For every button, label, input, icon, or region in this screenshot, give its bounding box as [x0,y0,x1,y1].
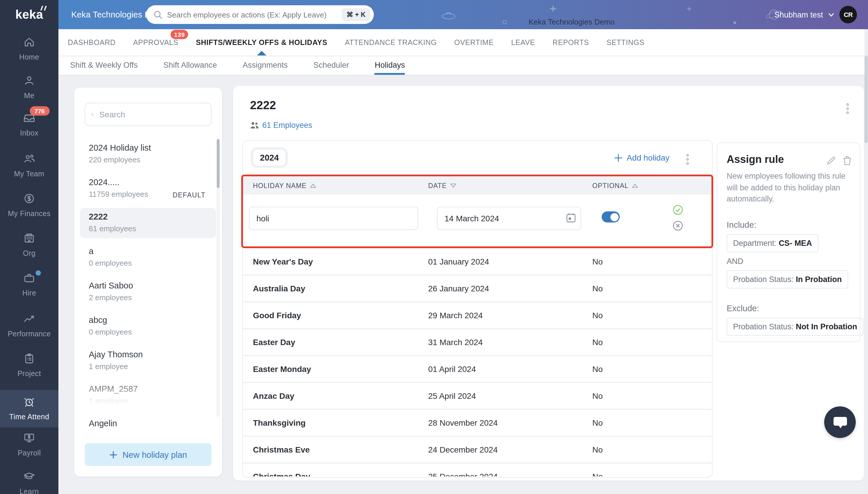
nav-tab-approvals[interactable]: APPROVALS139 [133,29,178,55]
sidebar-item-home[interactable]: Home [0,36,58,70]
inbox-icon: 776 [23,112,36,124]
default-badge: DEFAULT [173,192,206,198]
new-holiday-plan-button[interactable]: New holiday plan [85,443,211,466]
sidebar-item-me[interactable]: Me [0,75,58,109]
subtab-assignments[interactable]: Assignments [243,55,288,75]
optional-toggle[interactable] [602,211,620,223]
calendar-icon[interactable] [566,212,576,225]
learn-icon [23,471,36,482]
assign-rule-description: New employees following this rule will b… [727,171,850,205]
people-icon [250,121,259,129]
payroll-icon [23,432,36,444]
plus-icon [614,153,623,162]
holiday-row[interactable]: Easter Day31 March 2024No [243,329,712,356]
nav-tab-settings[interactable]: SETTINGS [607,29,645,55]
employees-link[interactable]: 61 Employees [250,121,312,130]
keka-logo[interactable]: keka [0,0,58,29]
user-menu[interactable]: Shubham test [774,10,823,19]
holiday-row[interactable]: Christmas Day25 December 2024No [243,464,712,476]
avatar[interactable]: CR [839,6,857,23]
holiday-date: 29 March 2024 [428,311,592,320]
nav-tab-attendance-tracking[interactable]: ATTENDANCE TRACKING [345,29,437,55]
rule-chip: Probation Status: In Probation [727,270,848,288]
holiday-name: Christmas Day [243,472,428,476]
chat-widget-button[interactable] [824,406,856,438]
global-search-input[interactable] [167,10,342,19]
sidebar-item-learn[interactable]: Learn [0,471,58,494]
chevron-down-icon[interactable] [828,13,834,17]
sidebar-item-time-attend[interactable]: Time Attend [0,390,58,428]
holiday-date: 25 April 2024 [428,391,592,401]
and-label: AND [727,256,850,265]
sidebar: keka HomeMe776InboxMy TeamMy FinancesOrg… [0,0,58,494]
sidebar-item-my-team[interactable]: My Team [0,153,58,187]
holiday-date: 25 December 2024 [428,472,592,476]
topbar: Keka Technologies Demo ⚙ ⌘ + K Keka Tech… [0,0,868,29]
holiday-plan-item[interactable]: a0 employees [74,242,222,277]
assign-rule-panel: Assign rule New employees following this… [717,142,861,342]
holiday-edit-row [243,194,712,248]
holiday-row[interactable]: Good Friday29 March 2024No [243,302,712,329]
approvals-count-badge: 139 [171,30,188,39]
holiday-plan-item[interactable]: Aarti Saboo2 employees [74,277,222,311]
subtab-scheduler[interactable]: Scheduler [314,55,349,75]
plans-scrollbar[interactable] [217,139,220,417]
sidebar-item-performance[interactable]: Performance [0,313,58,347]
cancel-icon[interactable] [673,221,683,233]
holiday-plan-item[interactable]: AMPM_25871 employee [74,380,222,415]
holiday-plan-item[interactable]: 222261 employees [80,208,216,238]
plans-search[interactable] [85,103,211,126]
holiday-plan-item[interactable]: abcg0 employees [74,311,222,346]
holiday-plan-item[interactable]: Ajay Thomson1 employee [74,346,222,380]
edit-icon[interactable] [827,156,836,168]
delete-icon[interactable] [843,156,852,168]
holiday-plan-item[interactable]: 2024.....11759 employeesDEFAULT [74,173,222,208]
sidebar-item-my-finances[interactable]: My Finances [0,193,58,227]
holiday-name: Anzac Day [243,391,428,401]
project-icon [23,353,35,364]
holiday-row[interactable]: New Year's Day01 January 2024No [243,249,712,276]
sidebar-item-hire[interactable]: Hire [0,272,58,306]
holiday-row[interactable]: Easter Monday01 April 2024No [243,356,712,383]
column-optional[interactable]: OPTIONAL [592,182,638,189]
holiday-name-input[interactable] [249,207,418,230]
holiday-row[interactable]: Christmas Eve24 December 2024No [243,437,712,464]
sidebar-item-inbox[interactable]: 776Inbox [0,112,58,146]
holiday-row[interactable]: Australia Day26 January 2024No [243,276,712,302]
sidebar-item-org[interactable]: Org [0,232,58,266]
nav-tab-reports[interactable]: REPORTS [552,29,589,55]
holiday-optional: No [592,418,603,428]
holiday-date: 01 April 2024 [428,364,592,374]
column-date[interactable]: DATE [428,182,592,189]
subtab-holidays[interactable]: Holidays [375,55,405,75]
nav-tab-dashboard[interactable]: DASHBOARD [68,29,116,55]
holidays-menu-button[interactable] [686,154,689,165]
year-chip[interactable]: 2024 [252,149,286,166]
holiday-plan-item[interactable]: 2024 Holiday list220 employees [74,139,222,173]
page-scrollbar[interactable] [865,29,868,494]
sidebar-item-payroll[interactable]: Payroll [0,432,58,466]
sidebar-item-project[interactable]: Project [0,353,58,386]
column-holiday-name[interactable]: HOLIDAY NAME [243,182,428,189]
plans-search-input[interactable] [99,110,205,119]
confirm-icon[interactable] [673,205,683,217]
holiday-row[interactable]: Anzac Day25 April 2024No [243,383,712,410]
nav-tab-overtime[interactable]: OVERTIME [454,29,494,55]
global-search[interactable]: ⌘ + K [146,5,374,24]
include-label: Include: [727,220,850,229]
subtab-shift-allowance[interactable]: Shift Allowance [164,55,217,75]
person-icon [23,75,35,87]
plan-menu-button[interactable] [846,103,849,114]
holiday-name: Thanksgiving [243,418,428,428]
rule-chip: Department: CS- MEA [727,234,818,252]
nav-tab-shifts-weekly-offs-holidays[interactable]: SHIFTS/WEEKLY OFFS & HOLIDAYS [196,29,327,55]
holiday-date-input[interactable] [437,207,581,230]
rule-chip: Probation Status: Not In Probation [727,317,864,336]
add-holiday-button[interactable]: Add holiday [614,153,669,162]
shortcut-badge: ⌘ + K [342,8,370,21]
holiday-plan-item[interactable]: Angelin [74,415,222,431]
holiday-optional: No [592,364,603,374]
nav-tab-leave[interactable]: LEAVE [511,29,535,55]
holiday-row[interactable]: Thanksgiving28 November 2024No [243,410,712,437]
subtab-shift-weekly-offs[interactable]: Shift & Weekly Offs [70,55,138,75]
